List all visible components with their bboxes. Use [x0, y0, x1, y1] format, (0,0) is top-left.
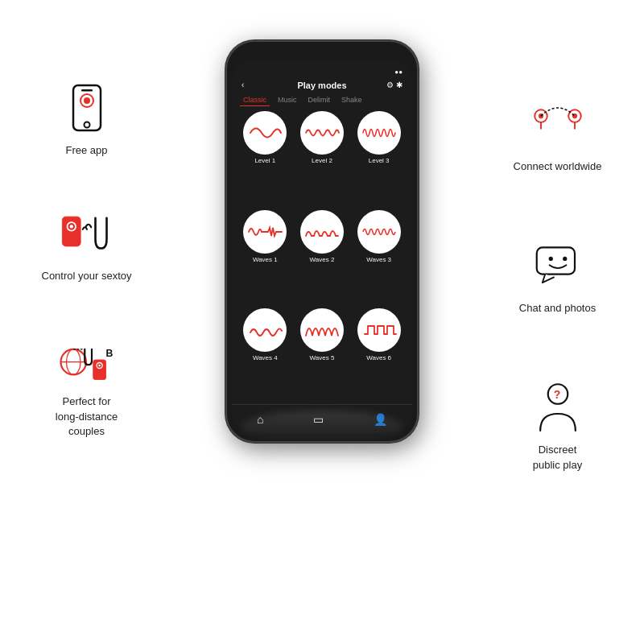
tab-shake[interactable]: Shake — [338, 94, 365, 106]
svg-rect-20 — [536, 248, 574, 275]
tab-classic[interactable]: Classic — [240, 94, 270, 106]
status-bar: ●● — [232, 60, 412, 77]
mode-waves2[interactable]: Waves 2 — [295, 210, 349, 306]
mode-waves6[interactable]: Waves 6 — [352, 308, 406, 404]
mode-level2-label: Level 2 — [312, 157, 332, 164]
tab-bar: Classic Music Delimit Shake — [232, 94, 412, 106]
mode-waves3-label: Waves 3 — [366, 256, 391, 263]
svg-point-4 — [84, 97, 90, 104]
mode-waves1-label: Waves 1 — [253, 256, 278, 263]
mode-level2[interactable]: Level 2 — [295, 111, 349, 207]
tab-music[interactable]: Music — [275, 94, 300, 106]
svg-point-13 — [99, 365, 101, 367]
tab-delimit[interactable]: Delimit — [305, 94, 334, 106]
person-icon: ? — [530, 380, 586, 436]
screen-title: Play modes — [297, 80, 346, 90]
feature-discreet-label: Discreetpublic play — [533, 443, 582, 472]
phone-icon — [59, 80, 115, 137]
svg-point-1 — [84, 122, 89, 128]
feature-long-distance: B Perfect forlong-distancecouples — [56, 332, 118, 439]
globe-icon: B — [58, 332, 114, 388]
feature-free-app-label: Free app — [65, 143, 107, 158]
feature-long-distance-label: Perfect forlong-distancecouples — [56, 394, 118, 439]
phone-outer: ●● ‹ Play modes ⚙ ✱ Classic Music Delimi… — [225, 40, 419, 443]
svg-text:B: B — [106, 348, 114, 359]
phone-notch — [294, 42, 350, 56]
device-icon — [59, 206, 115, 262]
feature-connect: Connect worldwide — [514, 97, 602, 174]
status-icons: ●● — [394, 68, 402, 76]
connect-icon — [530, 97, 586, 153]
svg-rect-2 — [81, 89, 93, 92]
phone-screen: ●● ‹ Play modes ⚙ ✱ Classic Music Delimi… — [232, 60, 412, 433]
header-icons: ⚙ ✱ — [386, 80, 402, 89]
feature-discreet: ? Discreetpublic play — [530, 380, 586, 472]
svg-point-21 — [548, 257, 552, 261]
feature-connect-label: Connect worldwide — [514, 159, 602, 174]
mode-waves5[interactable]: Waves 5 — [295, 308, 349, 404]
feature-chat-label: Chat and photos — [519, 301, 596, 316]
svg-point-7 — [69, 225, 72, 228]
modes-grid: Level 1 Level 2 Level 3 Waves 1 — [232, 111, 412, 404]
mode-waves6-label: Waves 6 — [366, 354, 391, 361]
mode-waves1[interactable]: Waves 1 — [238, 210, 292, 306]
svg-point-22 — [563, 257, 567, 261]
back-button[interactable]: ‹ — [242, 80, 244, 89]
right-features: Connect worldwide Chat and photos ? Disc… — [487, 97, 628, 473]
phone-reflection — [242, 411, 402, 443]
chat-icon — [530, 238, 586, 295]
mode-waves4-label: Waves 4 — [253, 354, 278, 361]
svg-text:?: ? — [553, 388, 560, 401]
mode-level1[interactable]: Level 1 — [238, 111, 292, 207]
mode-waves2-label: Waves 2 — [310, 256, 335, 263]
mode-level3-label: Level 3 — [369, 157, 390, 164]
feature-chat: Chat and photos — [519, 238, 596, 316]
title-bar: ‹ Play modes ⚙ ✱ — [232, 77, 412, 94]
mode-waves3[interactable]: Waves 3 — [352, 210, 406, 306]
feature-free-app: Free app — [59, 80, 115, 158]
mode-waves5-label: Waves 5 — [310, 354, 335, 361]
phone-mockup: ●● ‹ Play modes ⚙ ✱ Classic Music Delimi… — [225, 40, 419, 443]
mode-level1-label: Level 1 — [254, 157, 275, 164]
mode-level3[interactable]: Level 3 — [352, 111, 406, 207]
left-features: Free app Control your sextoy — [16, 80, 157, 439]
feature-control-label: Control your sextoy — [42, 269, 132, 283]
mode-waves4[interactable]: Waves 4 — [238, 308, 292, 404]
feature-control: Control your sextoy — [42, 206, 132, 283]
